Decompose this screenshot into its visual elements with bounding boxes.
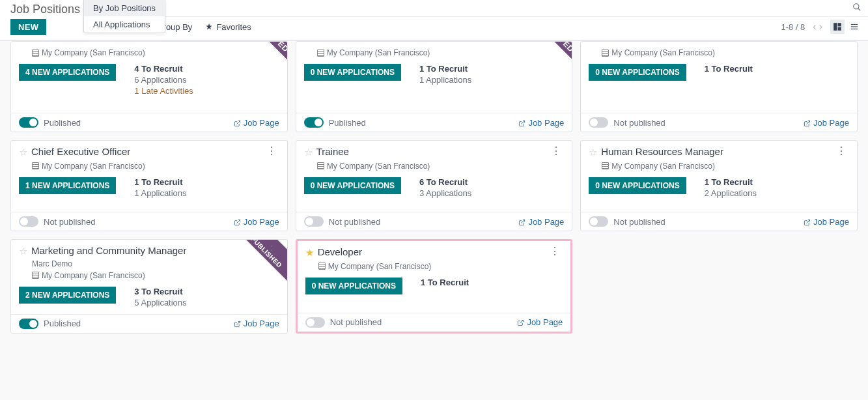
publish-status: Not published [329,217,381,227]
new-applications-button[interactable]: 0 NEW APPLICATIONS [305,278,402,294]
publish-toggle[interactable] [589,216,608,227]
more-icon[interactable]: ⋮ [547,246,563,257]
job-subtitle: Marc Demo [32,259,279,268]
new-applications-button[interactable]: 0 NEW APPLICATIONS [304,177,401,194]
svg-rect-8 [838,27,841,31]
favorites-label: Favorites [216,22,251,32]
star-icon[interactable]: ☆ [304,146,313,159]
card-footer: Published Job Page [11,113,287,132]
new-button[interactable]: NEW [10,19,46,35]
more-icon[interactable]: ⋮ [264,245,279,255]
job-title: Developer [318,246,544,257]
job-card[interactable]: ☆ Human Resources Manager ⋮ My Company (… [580,140,858,231]
job-title: Trainee [316,146,545,157]
favorites-button[interactable]: Favorites [205,22,251,32]
card-footer: Not published Job Page [581,212,857,231]
publish-toggle[interactable] [304,216,324,227]
new-applications-button[interactable]: 1 NEW APPLICATIONS [19,177,116,194]
view-kanban[interactable] [830,20,845,34]
job-page-link[interactable]: Job Page [234,217,279,227]
job-page-link[interactable]: Job Page [234,118,279,128]
recruit-stats: 1 To Recruit [705,64,753,74]
job-card[interactable]: ED My Company (San Francisco) 4 NEW APPL… [10,41,288,132]
content-area: ED My Company (San Francisco) 4 NEW APPL… [0,41,868,400]
dropdown-by-positions[interactable]: By Job Positions [84,0,165,16]
job-page-link[interactable]: Job Page [518,118,564,128]
card-footer: Not published Job Page [581,113,857,132]
star-icon[interactable]: ★ [305,246,314,259]
new-applications-button[interactable]: 0 NEW APPLICATIONS [304,64,401,81]
company-label: My Company (San Francisco) [32,48,279,57]
star-icon[interactable]: ☆ [19,245,27,258]
svg-line-19 [520,320,524,323]
job-page-link[interactable]: Job Page [517,317,563,327]
view-list[interactable] [847,20,861,34]
new-applications-button[interactable]: 2 NEW APPLICATIONS [19,287,116,304]
to-recruit: 1 To Recruit [421,278,469,287]
search-icon[interactable] [852,3,861,14]
new-applications-button[interactable]: 4 NEW APPLICATIONS [19,64,116,81]
external-link-icon [804,119,811,126]
company-label: My Company (San Francisco) [318,262,563,271]
external-link-icon [234,320,241,327]
job-page-link[interactable]: Job Page [234,319,279,328]
building-icon [602,162,609,169]
publish-toggle[interactable] [19,117,38,128]
job-card[interactable]: My Company (San Francisco) 0 NEW APPLICA… [580,41,858,132]
more-icon[interactable]: ⋮ [548,146,564,156]
star-icon[interactable]: ☆ [589,146,597,159]
job-page-link[interactable]: Job Page [804,217,849,227]
svg-line-13 [522,121,525,124]
company-label: My Company (San Francisco) [32,271,279,280]
to-recruit: 4 To Recruit [134,64,193,74]
publish-toggle[interactable] [19,216,38,227]
search-row [91,0,868,17]
cards-grid: ED My Company (San Francisco) 4 NEW APPL… [10,41,858,334]
card-footer: Not published Job Page [11,212,287,231]
new-applications-button[interactable]: 0 NEW APPLICATIONS [589,64,686,81]
svg-line-1 [858,8,861,11]
search-input[interactable] [94,1,852,16]
external-link-icon [518,119,525,126]
svg-line-14 [807,121,810,124]
svg-rect-7 [838,23,841,26]
recruit-stats: 1 To Recruit 1 Applications [419,64,471,85]
star-icon[interactable]: ☆ [19,146,27,159]
job-card[interactable]: PUBLISHED ☆ Marketing and Community Mana… [10,239,288,334]
job-card[interactable]: ☆ Trainee ⋮ My Company (San Francisco) 0… [296,140,573,231]
pager-next[interactable]: › [819,21,822,33]
publish-toggle[interactable] [305,317,325,328]
job-page-link[interactable]: Job Page [518,217,564,227]
external-link-icon [234,218,241,225]
job-title: Human Resources Manager [601,146,830,157]
header-right: Filters Group By Favorites 1-8 / 8 ‹ › [91,0,868,38]
to-recruit: 3 To Recruit [134,287,186,296]
dropdown-all-applications[interactable]: All Applications [84,16,165,33]
pager-prev[interactable]: ‹ [813,21,816,33]
more-icon[interactable]: ⋮ [833,146,849,156]
job-card[interactable]: ★ Developer ⋮ My Company (San Francisco)… [296,239,573,334]
publish-toggle[interactable] [19,319,38,329]
building-icon [32,272,39,279]
svg-line-16 [522,220,525,223]
more-icon[interactable]: ⋮ [264,146,279,156]
to-recruit: 1 To Recruit [134,177,186,187]
new-applications-button[interactable]: 0 NEW APPLICATIONS [589,177,686,194]
publish-status: Not published [613,217,665,227]
building-icon [32,50,39,57]
breadcrumb-dropdown: By Job Positions All Applications [83,0,165,33]
publish-toggle[interactable] [589,117,608,128]
job-card[interactable]: ☆ Chief Executive Officer ⋮ My Company (… [10,140,288,231]
external-link-icon [234,119,241,126]
card-footer: Published Job Page [296,113,572,132]
external-link-icon [804,218,811,225]
publish-toggle[interactable] [304,117,324,128]
applications-count: 1 Applications [419,75,471,85]
publish-status: Published [329,118,366,128]
svg-line-17 [807,220,810,223]
card-footer: Not published Job Page [296,212,572,231]
svg-line-12 [236,121,240,124]
job-card[interactable]: ED My Company (San Francisco) 0 NEW APPL… [296,41,573,132]
job-page-link[interactable]: Job Page [804,118,849,128]
company-label: My Company (San Francisco) [317,48,565,57]
